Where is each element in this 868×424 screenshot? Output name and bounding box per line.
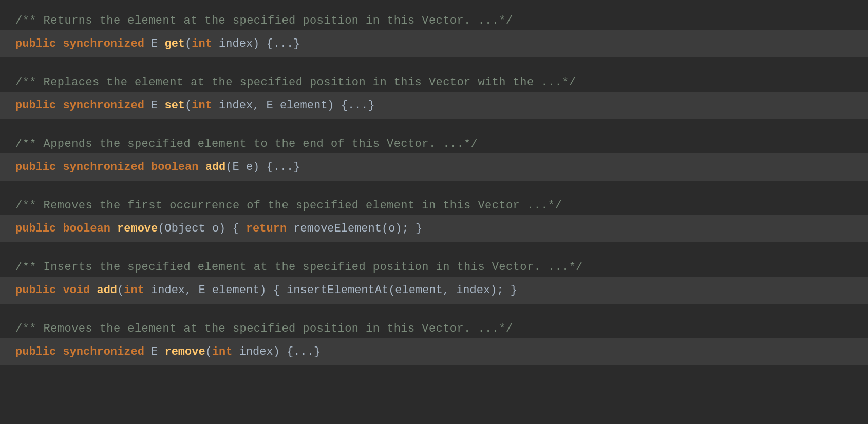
token-method-yellow: set: [164, 99, 185, 112]
token-kw-orange: int: [192, 37, 212, 50]
comment-remove-int-method: /** Removes the element at the specified…: [0, 313, 868, 338]
comment-get-method: /** Returns the element at the specified…: [0, 5, 868, 30]
token-kw-orange: void: [63, 284, 90, 297]
comment-text: /** Appends the specified element to the…: [15, 138, 478, 150]
token-plain: E: [144, 99, 165, 112]
token-plain: [56, 37, 63, 50]
token-kw-orange: synchronized: [63, 37, 144, 50]
token-plain: [56, 345, 63, 358]
token-plain: (Object o) {: [158, 222, 246, 235]
token-plain: [56, 161, 63, 174]
token-plain: [90, 284, 97, 297]
token-kw-orange: synchronized: [63, 161, 144, 174]
token-method-yellow: remove: [117, 222, 158, 235]
comment-text: /** Inserts the specified element at the…: [15, 261, 583, 274]
token-kw-orange: public: [15, 37, 56, 50]
token-kw-orange: return: [246, 222, 287, 235]
comment-text: /** Removes the element at the specified…: [15, 322, 513, 335]
token-plain: (: [117, 284, 124, 297]
token-kw-orange: synchronized: [63, 345, 144, 358]
separator: [0, 304, 868, 313]
token-kw-orange: public: [15, 284, 56, 297]
token-plain: [144, 161, 151, 174]
token-plain: [110, 222, 117, 235]
separator: [0, 119, 868, 128]
token-method-yellow: get: [164, 37, 185, 50]
signature-remove-int-method: public synchronized E remove(int index) …: [0, 338, 868, 365]
token-kw-orange: public: [15, 222, 56, 235]
token-plain: E: [144, 345, 165, 358]
token-plain: [56, 284, 63, 297]
separator: [0, 181, 868, 190]
token-method-yellow: add: [205, 161, 226, 174]
token-plain: index) {...}: [212, 37, 300, 50]
token-plain: [56, 99, 63, 112]
token-plain: (: [205, 345, 212, 358]
token-kw-orange: public: [15, 161, 56, 174]
token-plain: [198, 161, 205, 174]
token-plain: (: [185, 99, 192, 112]
comment-add-void-method: /** Inserts the specified element at the…: [0, 252, 868, 277]
token-kw-orange: boolean: [151, 161, 198, 174]
signature-remove-object-method: public boolean remove(Object o) { return…: [0, 215, 868, 242]
token-plain: index, E element) { insertElementAt(elem…: [144, 284, 517, 297]
token-plain: [56, 222, 63, 235]
comment-set-method: /** Replaces the element at the specifie…: [0, 67, 868, 92]
comment-text: /** Removes the first occurrence of the …: [15, 199, 562, 212]
token-kw-orange: boolean: [63, 222, 110, 235]
code-container: /** Returns the element at the specified…: [0, 0, 868, 424]
token-plain: (: [185, 37, 192, 50]
separator: [0, 57, 868, 67]
comment-remove-object-method: /** Removes the first occurrence of the …: [0, 190, 868, 215]
token-kw-orange: int: [192, 99, 212, 112]
token-kw-orange: public: [15, 99, 56, 112]
comment-text: /** Returns the element at the specified…: [15, 14, 513, 27]
token-plain: E: [144, 37, 165, 50]
token-kw-orange: synchronized: [63, 99, 144, 112]
token-plain: index) {...}: [233, 345, 321, 358]
token-kw-orange: int: [212, 345, 233, 358]
token-plain: (E e) {...}: [225, 161, 300, 174]
signature-add-boolean-method: public synchronized boolean add(E e) {..…: [0, 153, 868, 181]
token-method-yellow: remove: [164, 345, 205, 358]
comment-add-boolean-method: /** Appends the specified element to the…: [0, 128, 868, 153]
signature-add-void-method: public void add(int index, E element) { …: [0, 277, 868, 304]
token-method-yellow: add: [97, 284, 117, 297]
token-plain: removeElement(o); }: [287, 222, 422, 235]
comment-text: /** Replaces the element at the specifie…: [15, 76, 576, 89]
separator: [0, 242, 868, 252]
token-plain: index, E element) {...}: [212, 99, 375, 112]
token-kw-orange: public: [15, 345, 56, 358]
signature-get-method: public synchronized E get(int index) {..…: [0, 30, 868, 57]
signature-set-method: public synchronized E set(int index, E e…: [0, 92, 868, 119]
token-kw-orange: int: [124, 284, 144, 297]
